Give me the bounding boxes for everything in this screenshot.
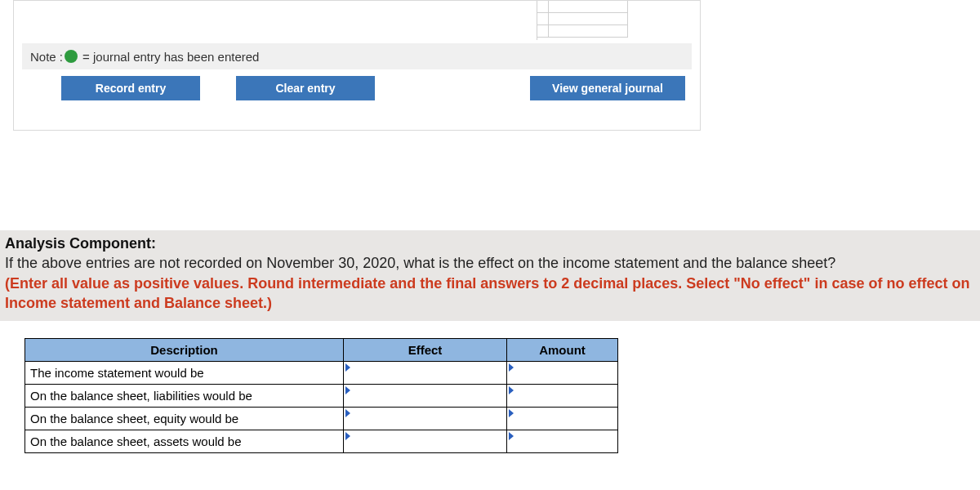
dropdown-icon [345, 409, 350, 417]
table-row: On the balance sheet, equity would be [25, 408, 618, 430]
dropdown-icon [509, 386, 514, 394]
header-amount: Amount [507, 339, 618, 362]
row-description: On the balance sheet, liabilities would … [25, 385, 344, 408]
journal-entry-panel: Note : = journal entry has been entered … [13, 0, 701, 131]
note-bar: Note : = journal entry has been entered [22, 43, 692, 69]
effects-table: Description Effect Amount The income sta… [24, 338, 618, 453]
effect-cell[interactable] [344, 430, 507, 453]
record-entry-button[interactable]: Record entry [61, 76, 200, 100]
amount-cell[interactable] [507, 408, 618, 430]
clear-entry-button[interactable]: Clear entry [236, 76, 375, 100]
note-text: = journal entry has been entered [82, 50, 259, 64]
dropdown-icon [509, 432, 514, 440]
table-header-row: Description Effect Amount [25, 339, 618, 362]
analysis-heading: Analysis Component: [5, 234, 975, 253]
effect-cell[interactable] [344, 408, 507, 430]
header-description: Description [25, 339, 344, 362]
effect-cell[interactable] [344, 362, 507, 385]
view-general-journal-button[interactable]: View general journal [530, 76, 685, 100]
table-row: The income statement would be [25, 362, 618, 385]
effect-cell[interactable] [344, 385, 507, 408]
analysis-instruction: (Enter all value as positive values. Rou… [5, 274, 975, 314]
dropdown-icon [345, 363, 350, 372]
analysis-question: If the above entries are not recorded on… [5, 253, 975, 273]
entered-indicator-icon [65, 50, 78, 63]
analysis-component: Analysis Component: If the above entries… [0, 230, 980, 321]
dropdown-icon [345, 432, 350, 440]
amount-cell[interactable] [507, 362, 618, 385]
row-description: On the balance sheet, assets would be [25, 430, 344, 453]
amount-cell[interactable] [507, 430, 618, 453]
row-description: On the balance sheet, equity would be [25, 408, 344, 430]
dropdown-icon [509, 409, 514, 417]
table-row: On the balance sheet, liabilities would … [25, 385, 618, 408]
header-effect: Effect [344, 339, 507, 362]
amount-cell[interactable] [507, 385, 618, 408]
row-description: The income statement would be [25, 362, 344, 385]
dropdown-icon [345, 386, 350, 394]
note-label: Note : [30, 50, 63, 64]
journal-grid-fragment [537, 1, 628, 40]
table-row: On the balance sheet, assets would be [25, 430, 618, 453]
dropdown-icon [509, 363, 514, 372]
